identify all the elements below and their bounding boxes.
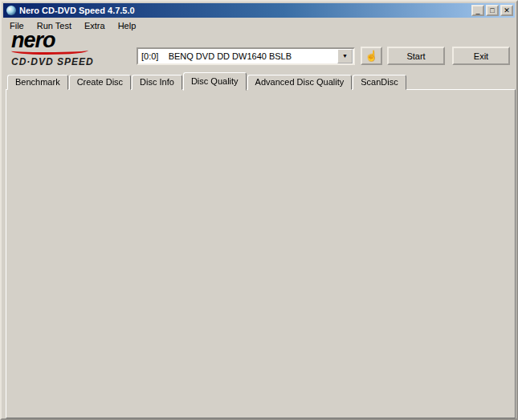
- drive-select-value: [0:0] BENQ DVD DD DW1640 BSLB: [138, 51, 337, 61]
- titlebar[interactable]: Nero CD-DVD Speed 4.7.5.0 _ □ ✕: [3, 3, 515, 18]
- disc-quality-page: [6, 89, 516, 418]
- window-title: Nero CD-DVD Speed 4.7.5.0: [19, 6, 470, 15]
- minimize-button[interactable]: _: [471, 5, 484, 16]
- maximize-button[interactable]: □: [486, 5, 499, 16]
- app-icon: [6, 6, 16, 15]
- hand-icon: ☝: [365, 50, 377, 62]
- tab-benchmark[interactable]: Benchmark: [7, 75, 68, 90]
- hand-tool-button[interactable]: ☝: [361, 47, 382, 65]
- nero-product-text: CD·DVD SPEED: [11, 56, 132, 67]
- tab-scandisc[interactable]: ScanDisc: [353, 75, 406, 90]
- tab-strip: Benchmark Create Disc Disc Info Disc Qua…: [7, 73, 407, 90]
- exit-button[interactable]: Exit: [452, 47, 510, 65]
- nero-logo: nero CD·DVD SPEED: [11, 31, 132, 67]
- app-window: Nero CD-DVD Speed 4.7.5.0 _ □ ✕ File Run…: [0, 0, 518, 420]
- close-button[interactable]: ✕: [500, 5, 513, 16]
- start-button[interactable]: Start: [387, 47, 445, 65]
- tab-create-disc[interactable]: Create Disc: [69, 75, 131, 90]
- drive-select[interactable]: [0:0] BENQ DVD DD DW1640 BSLB ▼: [137, 47, 355, 65]
- tab-advanced-disc-quality[interactable]: Advanced Disc Quality: [247, 75, 353, 90]
- chevron-down-icon[interactable]: ▼: [337, 49, 353, 63]
- tab-disc-info[interactable]: Disc Info: [132, 75, 182, 90]
- tab-disc-quality[interactable]: Disc Quality: [183, 72, 247, 91]
